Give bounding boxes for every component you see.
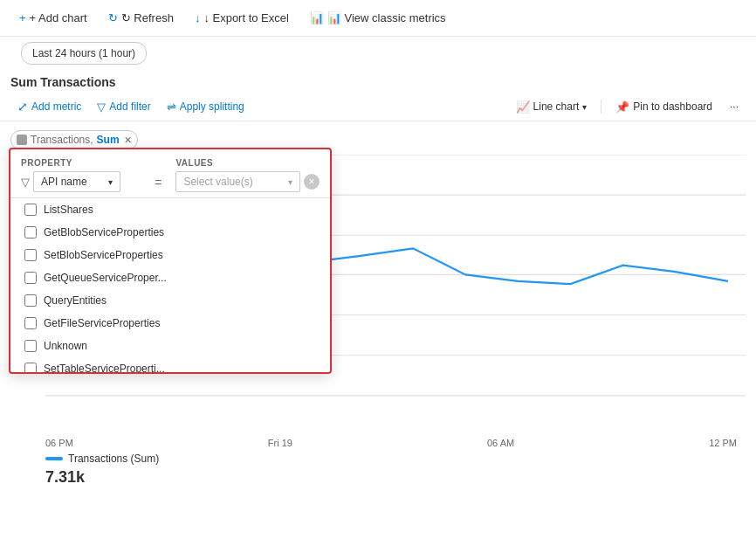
export-icon: ↓	[195, 11, 201, 24]
dropdown-item[interactable]: ListShares	[10, 198, 330, 221]
property-value-text: API name	[41, 176, 87, 188]
values-column: VALUES Select value(s) ▾ ×	[175, 158, 320, 192]
dropdown-item-label: GetBlobServiceProperties	[44, 226, 164, 238]
add-metric-button[interactable]: ⤢ Add metric	[10, 96, 88, 117]
separator	[601, 100, 601, 114]
legend-color-bar	[45, 457, 63, 460]
chart-toolbar: ⤢ Add metric ▽ Add filter ⇌ Apply splitt…	[0, 93, 756, 121]
add-filter-label: Add filter	[109, 100, 150, 113]
dropdown-item-checkbox[interactable]	[24, 249, 37, 261]
dropdown-item-checkbox[interactable]	[24, 340, 37, 352]
close-filter-button[interactable]: ×	[304, 174, 320, 190]
pin-icon: 📌	[615, 100, 629, 114]
dropdown-item-label: QueryEntities	[44, 294, 107, 307]
property-select[interactable]: API name ▾	[33, 171, 120, 192]
filter-icon: ▽	[97, 100, 106, 114]
dropdown-item-label: GetQueueServiceProper...	[44, 272, 167, 284]
property-column: PROPERTY ▽ API name ▾	[21, 158, 141, 192]
equals-sign: =	[155, 162, 162, 190]
legend-value: 7.31k	[45, 468, 159, 487]
tag-color-indicator	[17, 135, 27, 145]
values-chevron-icon: ▾	[288, 177, 292, 187]
values-placeholder-text: Select value(s)	[183, 176, 252, 188]
dropdown-item-label: GetFileServiceProperties	[44, 317, 160, 329]
pin-dashboard-label: Pin to dashboard	[633, 100, 712, 113]
add-icon: +	[19, 11, 26, 24]
dropdown-item[interactable]: GetQueueServiceProper...	[10, 266, 330, 289]
dropdown-item-label: SetTableServiceProperti...	[44, 363, 165, 372]
values-select-wrapper: Select value(s) ▾ ×	[175, 171, 320, 192]
chart-toolbar-left: ⤢ Add metric ▽ Add filter ⇌ Apply splitt…	[10, 96, 507, 117]
dropdown-item-checkbox[interactable]	[24, 204, 37, 216]
split-icon: ⇌	[167, 100, 176, 114]
apply-splitting-button[interactable]: ⇌ Apply splitting	[160, 97, 251, 117]
x-axis-label: 06 PM	[45, 438, 73, 448]
chart-area: Transactions, Sum × PROPERTY ▽ API name …	[0, 121, 756, 488]
line-chart-icon: 📈	[516, 100, 530, 114]
line-chart-label: Line chart	[533, 100, 580, 113]
refresh-icon: ↻	[108, 11, 118, 24]
dropdown-item[interactable]: SetTableServiceProperti...	[10, 357, 330, 372]
dropdown-header: PROPERTY ▽ API name ▾ = VALUES Select va…	[10, 149, 330, 197]
refresh-label: ↻ Refresh	[121, 11, 174, 24]
values-dropdown-list: ListSharesGetBlobServicePropertiesSetBlo…	[10, 197, 330, 372]
dropdown-item[interactable]: GetBlobServiceProperties	[10, 221, 330, 244]
dropdown-item-label: SetBlobServiceProperties	[44, 249, 163, 261]
chart-legend: Transactions (Sum) 7.31k	[45, 453, 159, 487]
add-filter-button[interactable]: ▽ Add filter	[90, 97, 157, 117]
x-axis-label: Fri 19	[268, 438, 292, 448]
time-range-label: Last 24 hours (1 hour)	[32, 47, 135, 59]
tag-close-button[interactable]: ×	[125, 133, 132, 147]
filter-dropdown-popup: PROPERTY ▽ API name ▾ = VALUES Select va…	[9, 148, 332, 374]
dropdown-item-checkbox[interactable]	[24, 317, 37, 329]
dropdown-item[interactable]: GetFileServiceProperties	[10, 312, 330, 335]
add-chart-button[interactable]: + + Add chart	[10, 7, 96, 29]
dropdown-item-checkbox[interactable]	[24, 294, 37, 307]
view-classic-label: 📊 View classic metrics	[327, 11, 446, 24]
x-axis-label: 12 PM	[709, 438, 737, 448]
export-button[interactable]: ↓ ↓ Export to Excel	[186, 7, 298, 29]
more-options-button[interactable]: ···	[723, 97, 746, 116]
dropdown-item[interactable]: Unknown	[10, 335, 330, 357]
dropdown-item[interactable]: SetBlobServiceProperties	[10, 244, 330, 266]
property-label: PROPERTY	[21, 158, 141, 168]
top-toolbar: + + Add chart ↻ ↻ Refresh ↓ ↓ Export to …	[0, 0, 756, 37]
dropdown-item-checkbox[interactable]	[24, 226, 37, 238]
dropdown-item-label: Unknown	[44, 340, 87, 352]
refresh-button[interactable]: ↻ ↻ Refresh	[100, 7, 182, 29]
view-classic-button[interactable]: 📊 📊 View classic metrics	[301, 7, 455, 29]
tag-value: Sum	[97, 134, 120, 146]
values-label: VALUES	[175, 158, 320, 168]
chart-icon: 📊	[310, 11, 324, 24]
filter-funnel-icon: ▽	[21, 176, 30, 189]
chart-title: Sum Transactions	[0, 70, 756, 93]
values-select[interactable]: Select value(s) ▾	[175, 171, 300, 192]
dropdown-item-checkbox[interactable]	[24, 363, 37, 372]
legend-label: Transactions (Sum)	[68, 453, 159, 465]
chevron-down-icon: ▾	[582, 102, 587, 112]
x-axis-labels: 06 PMFri 1906 AM12 PM	[45, 436, 737, 448]
add-metric-icon: ⤢	[17, 100, 28, 114]
chart-toolbar-right: 📈 Line chart ▾ 📌 Pin to dashboard ···	[509, 97, 746, 117]
property-chevron-icon: ▾	[108, 177, 113, 187]
line-chart-button[interactable]: 📈 Line chart ▾	[509, 97, 594, 117]
apply-splitting-label: Apply splitting	[180, 100, 244, 113]
export-label: ↓ Export to Excel	[203, 11, 289, 24]
dropdown-item[interactable]: QueryEntities	[10, 289, 330, 312]
dropdown-item-label: ListShares	[44, 204, 93, 216]
pin-dashboard-button[interactable]: 📌 Pin to dashboard	[608, 97, 719, 117]
add-metric-label: Add metric	[31, 100, 81, 113]
x-axis-label: 06 AM	[487, 438, 514, 448]
tag-label: Transactions,	[31, 134, 93, 146]
more-options-label: ···	[730, 100, 739, 113]
filter-tag: Transactions, Sum ×	[10, 130, 138, 149]
dropdown-item-checkbox[interactable]	[24, 272, 37, 284]
time-range-button[interactable]: Last 24 hours (1 hour)	[21, 42, 147, 65]
